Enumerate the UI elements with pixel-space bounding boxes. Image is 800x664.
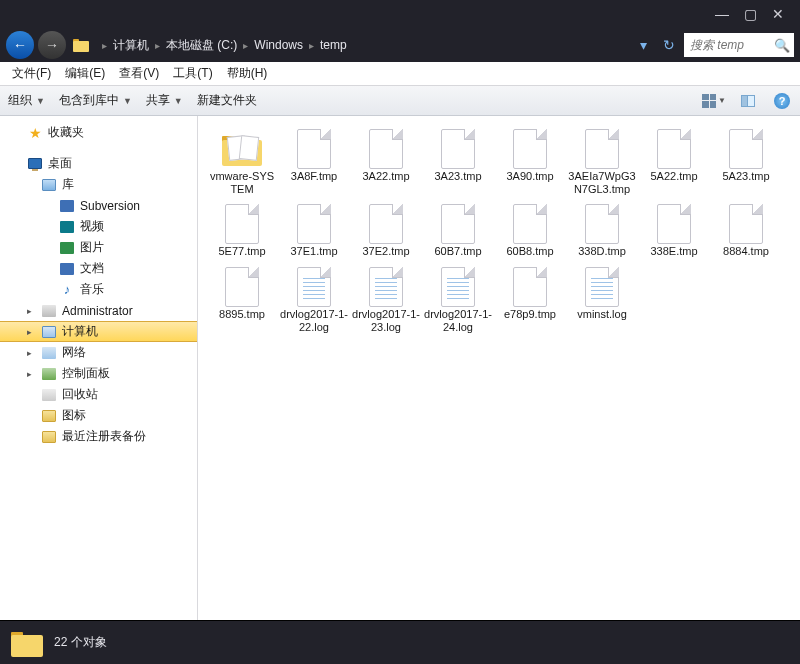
preview-pane-button[interactable] bbox=[738, 91, 758, 111]
recent-dropdown[interactable]: ▾ bbox=[632, 34, 654, 56]
titlebar: — ▢ ✕ bbox=[0, 0, 800, 28]
file-item[interactable]: 338D.tmp bbox=[566, 201, 638, 260]
file-icon bbox=[434, 128, 482, 170]
menu-edit[interactable]: 编辑(E) bbox=[59, 63, 111, 84]
file-label: 5A23.tmp bbox=[722, 170, 769, 183]
tree-documents[interactable]: 文档 bbox=[0, 258, 197, 279]
tree-music[interactable]: ♪ 音乐 bbox=[0, 279, 197, 300]
chevron-down-icon: ▼ bbox=[174, 96, 183, 106]
include-library-button[interactable]: 包含到库中▼ bbox=[59, 92, 132, 109]
file-item[interactable]: 8895.tmp bbox=[206, 264, 278, 335]
maximize-button[interactable]: ▢ bbox=[736, 3, 764, 25]
file-label: drvlog2017-1-23.log bbox=[352, 308, 420, 333]
file-item[interactable]: 3A23.tmp bbox=[422, 126, 494, 197]
search-icon[interactable]: 🔍 bbox=[774, 38, 790, 53]
new-folder-button[interactable]: 新建文件夹 bbox=[197, 92, 257, 109]
file-icon bbox=[506, 203, 554, 245]
tree-recyclebin[interactable]: 回收站 bbox=[0, 384, 197, 405]
file-item[interactable]: vminst.log bbox=[566, 264, 638, 335]
chevron-down-icon: ▼ bbox=[36, 96, 45, 106]
arrow-left-icon: ← bbox=[13, 37, 27, 53]
view-mode-button[interactable]: ▼ bbox=[704, 91, 724, 111]
breadcrumb-root-arrow: ▸ bbox=[102, 40, 107, 51]
search-box[interactable]: 🔍 bbox=[684, 33, 794, 57]
file-item[interactable]: 8884.tmp bbox=[710, 201, 782, 260]
menu-file[interactable]: 文件(F) bbox=[6, 63, 57, 84]
file-item[interactable]: 3A8F.tmp bbox=[278, 126, 350, 197]
file-item[interactable]: 60B7.tmp bbox=[422, 201, 494, 260]
file-item[interactable]: 3A90.tmp bbox=[494, 126, 566, 197]
file-item[interactable]: e78p9.tmp bbox=[494, 264, 566, 335]
file-item[interactable]: vmware-SYSTEM bbox=[206, 126, 278, 197]
file-icon bbox=[434, 203, 482, 245]
file-item[interactable]: 3A22.tmp bbox=[350, 126, 422, 197]
up-folder-icon[interactable] bbox=[70, 34, 92, 56]
file-label: drvlog2017-1-22.log bbox=[280, 308, 348, 333]
toolbar: 组织▼ 包含到库中▼ 共享▼ 新建文件夹 ▼ ? bbox=[0, 86, 800, 116]
breadcrumb[interactable]: ▸ 计算机 ▸ 本地磁盘 (C:) ▸ Windows ▸ temp bbox=[96, 35, 628, 56]
file-item[interactable]: 3AEIa7WpG3N7GL3.tmp bbox=[566, 126, 638, 197]
video-icon bbox=[58, 218, 76, 236]
menu-view[interactable]: 查看(V) bbox=[113, 63, 165, 84]
explorer-window: — ▢ ✕ ← → ▸ 计算机 ▸ 本地磁盘 (C:) ▸ Windows ▸ … bbox=[0, 0, 800, 664]
forward-button[interactable]: → bbox=[38, 31, 66, 59]
computer-icon bbox=[40, 323, 58, 341]
tree-videos[interactable]: 视频 bbox=[0, 216, 197, 237]
share-button[interactable]: 共享▼ bbox=[146, 92, 183, 109]
file-item[interactable]: 338E.tmp bbox=[638, 201, 710, 260]
file-label: 3A8F.tmp bbox=[291, 170, 337, 183]
tree-folder-icons[interactable]: 图标 bbox=[0, 405, 197, 426]
file-label: 3AEIa7WpG3N7GL3.tmp bbox=[568, 170, 636, 195]
file-item[interactable]: drvlog2017-1-22.log bbox=[278, 264, 350, 335]
minimize-button[interactable]: — bbox=[708, 3, 736, 25]
menu-tools[interactable]: 工具(T) bbox=[167, 63, 218, 84]
tree-pictures[interactable]: 图片 bbox=[0, 237, 197, 258]
file-item[interactable]: 60B8.tmp bbox=[494, 201, 566, 260]
file-item[interactable]: drvlog2017-1-23.log bbox=[350, 264, 422, 335]
menu-help[interactable]: 帮助(H) bbox=[221, 63, 274, 84]
breadcrumb-seg-3[interactable]: temp bbox=[316, 36, 351, 54]
file-label: vminst.log bbox=[577, 308, 627, 321]
help-button[interactable]: ? bbox=[772, 91, 792, 111]
file-item[interactable]: 37E1.tmp bbox=[278, 201, 350, 260]
file-label: 338D.tmp bbox=[578, 245, 626, 258]
close-button[interactable]: ✕ bbox=[764, 3, 792, 25]
arrow-right-icon: → bbox=[45, 37, 59, 53]
file-label: 37E1.tmp bbox=[290, 245, 337, 258]
file-label: 3A90.tmp bbox=[506, 170, 553, 183]
search-input[interactable] bbox=[688, 37, 774, 53]
breadcrumb-seg-2[interactable]: Windows bbox=[250, 36, 307, 54]
file-item[interactable]: 37E2.tmp bbox=[350, 201, 422, 260]
svg-rect-1 bbox=[73, 41, 89, 52]
tree-controlpanel[interactable]: ▸ 控制面板 bbox=[0, 363, 197, 384]
pane-icon bbox=[741, 95, 755, 107]
file-item[interactable]: 5A23.tmp bbox=[710, 126, 782, 197]
refresh-button[interactable]: ↻ bbox=[658, 34, 680, 56]
organize-button[interactable]: 组织▼ bbox=[8, 92, 45, 109]
tree-libraries[interactable]: 库 bbox=[0, 174, 197, 195]
folder-icon bbox=[40, 407, 58, 425]
tree-favorites[interactable]: ★ 收藏夹 bbox=[0, 122, 197, 143]
nav-pane[interactable]: ★ 收藏夹 桌面 库 Subversion 视频 bbox=[0, 116, 198, 620]
tree-subversion[interactable]: Subversion bbox=[0, 195, 197, 216]
file-item[interactable]: drvlog2017-1-24.log bbox=[422, 264, 494, 335]
svg-rect-5 bbox=[11, 635, 43, 657]
tree-computer[interactable]: ▸ 计算机 bbox=[0, 321, 197, 342]
tree-network[interactable]: ▸ 网络 bbox=[0, 342, 197, 363]
tree-desktop[interactable]: 桌面 bbox=[0, 153, 197, 174]
file-label: 37E2.tmp bbox=[362, 245, 409, 258]
file-label: 8895.tmp bbox=[219, 308, 265, 321]
breadcrumb-seg-0[interactable]: 计算机 bbox=[109, 35, 153, 56]
tree-administrator[interactable]: ▸ Administrator bbox=[0, 300, 197, 321]
back-button[interactable]: ← bbox=[6, 31, 34, 59]
network-icon bbox=[40, 344, 58, 362]
file-icon bbox=[218, 266, 266, 308]
folder-icon bbox=[10, 628, 44, 658]
library-icon bbox=[40, 176, 58, 194]
file-item[interactable]: 5A22.tmp bbox=[638, 126, 710, 197]
breadcrumb-seg-1[interactable]: 本地磁盘 (C:) bbox=[162, 35, 241, 56]
file-pane[interactable]: vmware-SYSTEM3A8F.tmp3A22.tmp3A23.tmp3A9… bbox=[198, 116, 800, 620]
tree-folder-regbak[interactable]: 最近注册表备份 bbox=[0, 426, 197, 447]
status-bar: 22 个对象 bbox=[0, 620, 800, 664]
file-item[interactable]: 5E77.tmp bbox=[206, 201, 278, 260]
